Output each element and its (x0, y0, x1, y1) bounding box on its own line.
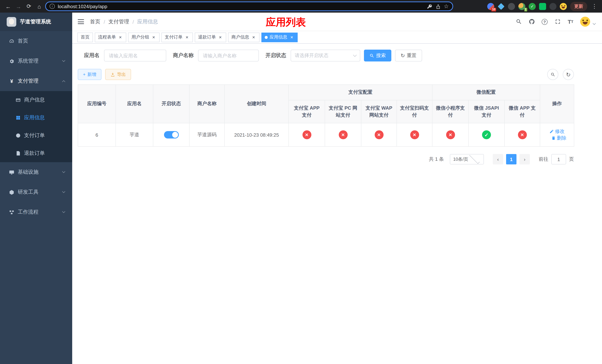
refresh-icon: ↻ (401, 53, 405, 58)
close-icon[interactable]: × (151, 35, 156, 40)
avatar-caret-icon[interactable] (593, 22, 596, 25)
sidebar-item-app-info[interactable]: 应用信息 (0, 109, 72, 127)
password-key-icon[interactable] (427, 3, 432, 9)
tab-app-info[interactable]: 应用信息 × (261, 32, 298, 42)
yen-icon: ¥ (9, 78, 14, 84)
browser-update-button[interactable]: 更新 (570, 2, 587, 11)
sidebar-item-label: 支付管理 (18, 78, 39, 85)
extension-icon-diamond[interactable] (498, 3, 505, 10)
main-area: 首页 / 支付管理 / 应用信息 应用列表 ? (72, 13, 602, 364)
close-icon[interactable]: × (251, 35, 256, 40)
next-page-button[interactable]: › (519, 154, 530, 164)
page-size-select[interactable]: 10条/页 (450, 154, 484, 164)
search-form: 应用名 商户名称 开启状态 请选择开启状态 搜索 ↻ 重置 (84, 50, 574, 62)
sidebar-item-system[interactable]: 系统管理 (0, 51, 72, 71)
chevron-down-icon (62, 210, 65, 213)
edit-button[interactable]: 修改 (549, 128, 565, 135)
page-number-button[interactable]: 1 (506, 154, 516, 164)
prev-page-button[interactable]: ‹ (493, 154, 503, 164)
fullscreen-icon[interactable] (554, 18, 561, 25)
sidebar-logo[interactable]: 芋道管理系统 (0, 13, 72, 31)
bookmark-star-icon[interactable]: ☆ (444, 3, 449, 10)
tab-label: 退款订单 (198, 34, 216, 40)
apps-table: 应用编号 应用名 开启状态 商户名称 创建时间 支付宝配置 微信配置 操作 支付… (78, 85, 574, 147)
sidebar-item-merchant-info[interactable]: 商户信息 (0, 91, 72, 109)
close-icon[interactable]: × (184, 35, 190, 40)
coin-icon (15, 133, 21, 138)
toggle-search-button[interactable] (547, 69, 558, 80)
share-icon[interactable] (435, 3, 441, 9)
status-select[interactable]: 请选择开启状态 (291, 50, 360, 62)
extension-icon-avatar[interactable]: 1 (518, 3, 525, 10)
sidebar-item-refund-order[interactable]: 退款订单 (0, 144, 72, 162)
sidebar-item-workflow[interactable]: 工作流程 (0, 202, 72, 222)
close-icon[interactable]: × (218, 35, 223, 40)
sidebar-toggle-icon[interactable] (78, 19, 84, 24)
tab-merchant-info[interactable]: 商户信息 × (228, 32, 259, 42)
extension-icon-puzzle[interactable]: 10 (487, 3, 494, 10)
tab-user-group[interactable]: 用户分组 × (128, 32, 160, 42)
add-button-label: 新增 (87, 71, 96, 78)
trash-icon (551, 136, 556, 140)
refresh-table-button[interactable]: ↻ (563, 69, 574, 80)
logo-avatar (7, 17, 16, 27)
tab-refund-order[interactable]: 退款订单 × (195, 32, 226, 42)
extension-icon-check[interactable]: ✓ (529, 3, 536, 10)
goto-page-input[interactable] (551, 154, 566, 164)
add-button[interactable]: + 新增 (78, 69, 101, 80)
tab-home[interactable]: 首页 (77, 32, 93, 42)
page-unit-label: 页 (569, 156, 574, 162)
col-alipay-qr: 支付宝扫码支付 (397, 100, 432, 123)
home-button[interactable]: ⌂ (35, 2, 44, 11)
page-info-icon[interactable]: i (50, 4, 55, 9)
sidebar-item-pay-order[interactable]: 支付订单 (0, 127, 72, 144)
edit-label: 修改 (555, 128, 565, 135)
reload-button[interactable]: ⟳ (24, 2, 33, 11)
sidebar-item-dev-tools[interactable]: 研发工具 (0, 182, 72, 202)
sidebar-item-payment[interactable]: ¥ 支付管理 (0, 71, 72, 91)
forward-button[interactable]: → (14, 2, 23, 11)
extension-icon-chat[interactable] (539, 3, 546, 10)
font-size-icon[interactable]: TT (567, 18, 574, 25)
gear-icon (9, 58, 14, 64)
col-alipay-app: 支付宝 APP 支付 (289, 100, 325, 123)
extension-icon-emoji[interactable] (560, 3, 567, 10)
user-avatar[interactable] (580, 17, 590, 27)
cell-alipay-wap-pay (361, 123, 397, 146)
close-icon[interactable]: × (118, 35, 123, 40)
chevron-up-icon (62, 80, 65, 84)
reset-button[interactable]: ↻ 重置 (395, 50, 422, 62)
chrome-extensions-area: 10 1 ✓ 更新 ⋮ (484, 2, 598, 11)
url-bar[interactable]: i localhost:1024/pay/app ☆ (45, 1, 453, 11)
breadcrumb: 首页 / 支付管理 / 应用信息 (90, 18, 158, 25)
sidebar-item-home[interactable]: 首页 (0, 31, 72, 51)
reset-button-label: 重置 (407, 52, 416, 59)
col-group-wechat: 微信配置 (432, 85, 540, 100)
cell-wechat-mini-pay (432, 123, 469, 146)
sidebar-item-label: 退款订单 (24, 150, 45, 157)
app-name-input[interactable] (104, 50, 166, 62)
search-icon[interactable] (515, 18, 522, 25)
delete-button[interactable]: 删除 (551, 135, 567, 141)
tab-process-form[interactable]: 流程表单 × (95, 32, 126, 42)
extension-icon-pin[interactable] (549, 3, 557, 10)
merchant-name-input[interactable] (198, 50, 259, 62)
search-button[interactable]: 搜索 (364, 50, 391, 62)
config-status-icon (410, 130, 419, 139)
help-icon[interactable]: ? (541, 18, 548, 25)
export-button[interactable]: 导出 (105, 69, 131, 80)
browser-menu-icon[interactable]: ⋮ (591, 3, 598, 10)
back-button[interactable]: ← (4, 2, 13, 11)
sidebar-item-infrastructure[interactable]: 基础设施 (0, 162, 72, 182)
github-icon[interactable] (528, 18, 535, 25)
config-status-icon (446, 130, 455, 139)
col-alipay-pc: 支付宝 PC 网站支付 (325, 100, 361, 123)
col-wechat-mini: 微信小程序支付 (432, 100, 469, 123)
close-icon[interactable]: × (289, 35, 294, 40)
breadcrumb-payment[interactable]: 支付管理 (108, 18, 129, 25)
tab-pay-order[interactable]: 支付订单 × (161, 32, 193, 42)
status-toggle[interactable] (164, 131, 179, 139)
extension-icon-dark[interactable] (508, 3, 515, 10)
breadcrumb-home[interactable]: 首页 (90, 18, 100, 25)
page-size-value: 10条/页 (453, 156, 468, 162)
